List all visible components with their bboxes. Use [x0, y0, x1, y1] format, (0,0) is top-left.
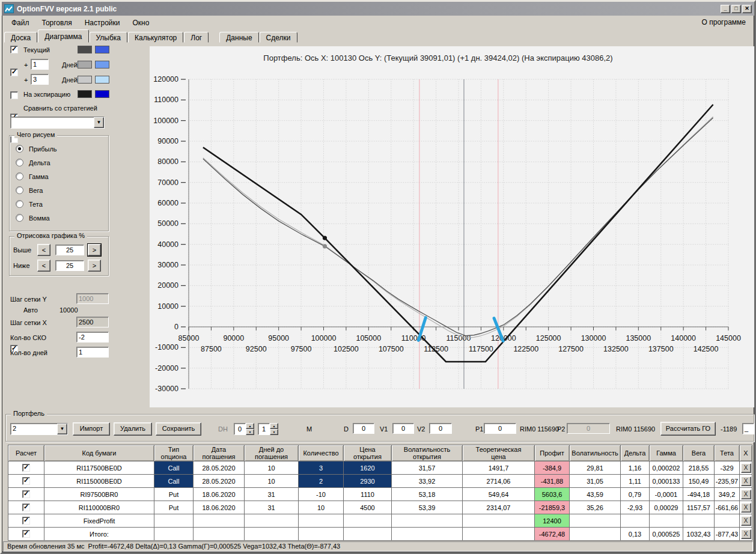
- cell-code: FixedProfit: [44, 514, 154, 528]
- menu-item-trade[interactable]: Торговля: [42, 19, 72, 27]
- radio-icon[interactable]: [16, 172, 23, 180]
- dh-spinner-2[interactable]: 1 ▲▼: [258, 423, 278, 435]
- cell-calc: [8, 514, 44, 528]
- svg-text:-30000: -30000: [155, 385, 178, 393]
- radio-option-5[interactable]: Тета: [16, 200, 43, 208]
- cell-delta: 0,79: [621, 488, 650, 501]
- radio-option-3[interactable]: Гамма: [16, 172, 49, 180]
- cell-x: X: [740, 475, 752, 488]
- spin-down-icon[interactable]: ▼: [270, 429, 278, 435]
- cell-price: 1620: [344, 461, 392, 475]
- radio-option-4[interactable]: Вега: [16, 186, 43, 194]
- strategy-combobox[interactable]: ▼: [10, 117, 105, 129]
- svg-text:122500: 122500: [513, 345, 538, 353]
- days-count-input[interactable]: [76, 347, 109, 358]
- radio-option-6[interactable]: Вомма: [16, 214, 50, 222]
- checkbox-plus3[interactable]: [10, 91, 18, 99]
- calc-go-button[interactable]: Рассчитать ГО: [660, 422, 716, 436]
- row-calc-checkbox[interactable]: [22, 464, 30, 472]
- cell-theo: 2314,07: [463, 501, 535, 514]
- svg-text:137500: 137500: [648, 345, 674, 353]
- maximize-button[interactable]: □: [731, 5, 741, 13]
- portfolio-combobox[interactable]: 2 ▼: [10, 423, 68, 435]
- radio-icon[interactable]: [16, 145, 23, 153]
- radio-icon[interactable]: [16, 200, 23, 208]
- cell-days: 10: [245, 461, 299, 475]
- svg-text:90000: 90000: [157, 137, 178, 145]
- chart-title: Портфель: Ось X: 100130 Ось Y: (Текущий …: [150, 53, 727, 62]
- above-decrement-button[interactable]: <: [37, 244, 50, 256]
- draw-group-title: Чего рисуем: [14, 131, 57, 138]
- chevron-down-icon[interactable]: ▼: [57, 424, 67, 434]
- below-decrement-button[interactable]: <: [37, 260, 50, 272]
- table-row: RI97500BR0Put18.06.202031-10111053,18549…: [8, 488, 752, 501]
- row-calc-checkbox[interactable]: [22, 530, 30, 538]
- days1-input[interactable]: [31, 59, 49, 70]
- sko-count-input[interactable]: [76, 332, 109, 342]
- p1-input[interactable]: [484, 423, 516, 434]
- radio-label: Гамма: [29, 173, 49, 180]
- days3-input[interactable]: [31, 74, 49, 85]
- payoff-chart[interactable]: -30000-20000-100000100002000030000400005…: [150, 46, 754, 407]
- radio-option-1[interactable]: Прибыль: [16, 145, 57, 153]
- dh-spinner-1[interactable]: 0 ▲▼: [234, 423, 254, 435]
- delete-button[interactable]: Удалить: [114, 422, 152, 436]
- delete-row-button[interactable]: X: [741, 463, 751, 473]
- grid-step-x-input[interactable]: [76, 317, 109, 327]
- tab-board[interactable]: Доска: [4, 32, 37, 43]
- go-cursor-box[interactable]: _: [742, 423, 754, 434]
- checkbox-plus1[interactable]: [10, 68, 18, 76]
- row-calc-checkbox[interactable]: [22, 517, 30, 525]
- menu-item-window[interactable]: Окно: [133, 19, 150, 27]
- below-value[interactable]: 25: [55, 260, 84, 271]
- cell-theo: 549,64: [463, 488, 535, 501]
- row-calc-checkbox[interactable]: [22, 477, 30, 485]
- import-button[interactable]: Импорт: [73, 422, 110, 436]
- chevron-down-icon[interactable]: ▼: [94, 117, 104, 128]
- cell-profit: -4672,48: [535, 528, 570, 541]
- spin-down-icon[interactable]: ▼: [246, 429, 254, 435]
- tab-smile[interactable]: Улыбка: [90, 32, 128, 43]
- v2-input[interactable]: [429, 423, 452, 434]
- cell-profit: 5603,6: [535, 488, 570, 501]
- d-input[interactable]: [353, 423, 374, 434]
- tab-deals[interactable]: Сделки: [260, 32, 297, 43]
- menu-item-settings[interactable]: Настройки: [85, 19, 120, 27]
- checkbox-current[interactable]: [10, 46, 18, 53]
- delete-row-button[interactable]: X: [741, 476, 751, 486]
- cell-calc: [8, 475, 44, 488]
- minimize-button[interactable]: _: [721, 5, 730, 13]
- tab-log[interactable]: Лог: [184, 32, 209, 43]
- label-sko-count: Кол-во СКО: [10, 334, 46, 341]
- svg-text:120000: 120000: [153, 75, 178, 84]
- tab-diagram[interactable]: Диаграмма: [38, 29, 88, 43]
- radio-icon[interactable]: [16, 214, 23, 222]
- row-calc-checkbox[interactable]: [22, 490, 30, 498]
- above-value[interactable]: 25: [55, 245, 84, 255]
- below-increment-button[interactable]: >: [88, 260, 101, 272]
- tab-data[interactable]: Данные: [219, 32, 258, 43]
- cell-vol: 31,05: [570, 475, 621, 488]
- title-bar[interactable]: OptionFVV версия 2.1 public _ □ ✕: [2, 2, 754, 16]
- tab-calculator[interactable]: Калькулятор: [128, 32, 183, 43]
- menu-item-about[interactable]: О программе: [702, 18, 746, 26]
- spin-up-icon[interactable]: ▲: [270, 423, 278, 429]
- radio-icon[interactable]: [16, 186, 23, 194]
- menu-item-file[interactable]: Файл: [11, 19, 29, 27]
- delete-row-button[interactable]: X: [741, 503, 751, 513]
- row-calc-checkbox[interactable]: [22, 504, 30, 511]
- delete-row-button[interactable]: X: [741, 529, 751, 539]
- delete-row-button[interactable]: X: [741, 516, 751, 526]
- save-button[interactable]: Сохранить: [156, 422, 201, 436]
- label-dh: DH: [218, 425, 228, 433]
- close-button[interactable]: ✕: [742, 5, 752, 13]
- label-current: Текущий: [23, 46, 50, 53]
- v1-input[interactable]: [392, 423, 414, 434]
- delete-row-button[interactable]: X: [741, 490, 751, 499]
- radio-option-2[interactable]: Дельта: [16, 159, 50, 166]
- table-row: RI117500BE0DCall28.05.2020103162031,5714…: [8, 461, 752, 475]
- radio-icon[interactable]: [16, 159, 23, 166]
- above-increment-button[interactable]: >: [88, 244, 101, 256]
- spin-up-icon[interactable]: ▲: [246, 423, 254, 429]
- svg-text:145000: 145000: [716, 334, 741, 342]
